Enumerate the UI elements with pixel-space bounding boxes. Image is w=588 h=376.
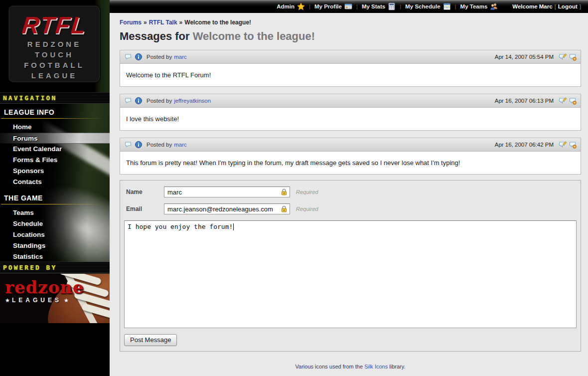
topbar-item-label: My Schedule	[405, 3, 440, 9]
calendar-icon	[443, 2, 451, 10]
message-date: Apr 16, 2007 06:13 PM	[495, 98, 554, 104]
comment-edit-icon[interactable]	[559, 53, 567, 61]
name-input[interactable]	[164, 187, 290, 197]
topbar-item-label: My Stats	[362, 3, 385, 9]
sidebar-item-schedule[interactable]: Schedule	[0, 218, 110, 229]
sidebar-item-forms-files[interactable]: Forms & Files	[0, 155, 110, 166]
footer-text: Various icons used from the	[295, 364, 365, 370]
comment-delete-icon[interactable]	[569, 97, 577, 105]
author-link[interactable]: marc	[174, 54, 187, 60]
message-date: Apr 16, 2007 06:42 PM	[495, 142, 554, 148]
sidebar-item-forums[interactable]: Forums	[0, 133, 110, 144]
breadcrumb-separator: »	[179, 19, 183, 26]
post-message-button[interactable]: Post Message	[124, 334, 177, 346]
topbar-item-my-teams[interactable]: My Teams	[460, 2, 498, 10]
message-header: Posted by marc Apr 14, 2007 05:54 PM	[120, 50, 581, 64]
email-label: Email	[124, 205, 164, 212]
page-title: Messages for Welcome to the league!	[120, 30, 581, 43]
breadcrumb: Forums»RTFL Talk»Welcome to the league!	[120, 19, 581, 26]
sidebar-item-event-calendar[interactable]: Event Calendar	[0, 144, 110, 155]
section-title-the-game: THE GAME	[0, 194, 110, 202]
sidebar-item-teams[interactable]: Teams	[0, 207, 110, 218]
required-label: Required	[296, 206, 318, 212]
section-title-league-info: LEAGUE INFO	[0, 108, 110, 116]
sidebar-item-contacts[interactable]: Contacts	[0, 177, 110, 188]
topbar-item-label: My Teams	[460, 3, 488, 9]
info-icon[interactable]	[135, 141, 143, 149]
message-draft-text: I hope you enjoy the forum!	[128, 223, 233, 230]
posted-by-label: Posted by	[147, 54, 172, 60]
author-link[interactable]: marc	[174, 142, 187, 148]
message-textarea[interactable]: I hope you enjoy the forum!	[124, 220, 577, 328]
topbar-item-label: My Profile	[314, 3, 342, 9]
author-link[interactable]: jeffreyatkinson	[174, 98, 211, 104]
rtfl-logo-line: LEAGUE	[9, 70, 99, 81]
logout-link[interactable]: Logout	[558, 3, 578, 9]
sidebar-item-standings[interactable]: Standings	[0, 240, 110, 251]
sidebar-item-statistics[interactable]: Statistics	[0, 251, 110, 262]
message-body: Welcome to the RTFL Forum!	[120, 64, 581, 86]
name-label: Name	[124, 188, 164, 195]
rtfl-logo-line: REDZONE	[9, 39, 99, 49]
message-header: Posted by jeffreyatkinson Apr 16, 2007 0…	[120, 94, 581, 108]
forum-message: Posted by jeffreyatkinson Apr 16, 2007 0…	[120, 94, 581, 131]
separator: |	[455, 3, 456, 9]
welcome-text: Welcome Marc	[512, 3, 552, 9]
comment-delete-icon[interactable]	[569, 53, 577, 61]
topbar-item-my-stats[interactable]: My Stats	[362, 2, 396, 10]
leagues-text: LEAGUES	[12, 297, 62, 304]
redzone-brand-text: redzone	[5, 279, 84, 296]
comment-icon	[124, 97, 132, 105]
topbar-item-my-schedule[interactable]: My Schedule	[405, 2, 450, 10]
group-icon	[490, 2, 498, 10]
posted-by-label: Posted by	[147, 142, 172, 148]
breadcrumb-link-rtfl-talk[interactable]: RTFL Talk	[149, 19, 177, 26]
breadcrumb-link-forums[interactable]: Forums	[120, 19, 142, 26]
breadcrumb-current: Welcome to the league!	[184, 19, 251, 26]
rtfl-logo: RTFL REDZONE TOUCH FOOTBALL LEAGUE	[9, 6, 100, 82]
message-date: Apr 14, 2007 05:54 PM	[495, 54, 554, 60]
comment-edit-icon[interactable]	[559, 97, 567, 105]
email-row: Email Required	[124, 203, 577, 214]
info-icon[interactable]	[135, 53, 143, 61]
post-message-form: Name Required Email Requ	[120, 180, 581, 352]
topbar-item-admin[interactable]: Admin	[277, 2, 305, 10]
main-content: Forums»RTFL Talk»Welcome to the league! …	[110, 13, 588, 376]
email-input[interactable]	[164, 203, 290, 214]
separator: |	[400, 3, 401, 9]
rtfl-logo-line: TOUCH	[9, 49, 99, 60]
redzone-leagues-logo: redzone ★ LEAGUES ★	[5, 279, 84, 304]
separator: |	[309, 3, 310, 9]
powered-by-label: POWERED BY	[0, 262, 110, 273]
rtfl-logo-title: RTFL	[8, 11, 101, 39]
topbar-item-label: Admin	[277, 3, 294, 9]
message-body: I love this website!	[120, 108, 581, 130]
page-title-topic: Welcome to the league!	[193, 30, 315, 42]
star-icon: ★	[64, 297, 69, 304]
sidebar-logo-area: RTFL REDZONE TOUCH FOOTBALL LEAGUE	[0, 0, 110, 92]
separator: |	[356, 3, 358, 9]
forum-message: Posted by marc Apr 16, 2007 06:42 PM Thi…	[120, 138, 581, 175]
bracket: ]	[580, 3, 581, 9]
lock-icon	[280, 205, 288, 213]
sidebar-item-sponsors[interactable]: Sponsors	[0, 166, 110, 177]
redzone-leagues-banner[interactable]: redzone ★ LEAGUES ★	[0, 273, 110, 323]
posted-by-label: Posted by	[147, 98, 172, 104]
rtfl-logo-line: FOOTBALL	[9, 60, 99, 70]
topbar-item-my-profile[interactable]: My Profile	[314, 2, 352, 10]
sidebar: RTFL REDZONE TOUCH FOOTBALL LEAGUE NAVIG…	[0, 0, 110, 376]
comment-icon	[124, 141, 132, 149]
comment-edit-icon[interactable]	[559, 141, 567, 149]
calculator-icon	[388, 2, 396, 10]
sidebar-item-home[interactable]: Home	[0, 122, 110, 133]
info-icon[interactable]	[135, 97, 143, 105]
sidebar-menu: LEAGUE INFO Home Forums Event Calendar F…	[0, 104, 110, 262]
star-icon: ★	[5, 297, 10, 304]
silk-icons-link[interactable]: Silk Icons	[364, 364, 388, 370]
name-row: Name Required	[124, 187, 577, 197]
vcard-icon	[344, 2, 352, 10]
message-body: This forum is pretty neat! When I'm typi…	[120, 152, 581, 174]
star-icon	[297, 2, 305, 10]
comment-delete-icon[interactable]	[569, 141, 577, 149]
sidebar-item-locations[interactable]: Locations	[0, 229, 110, 240]
